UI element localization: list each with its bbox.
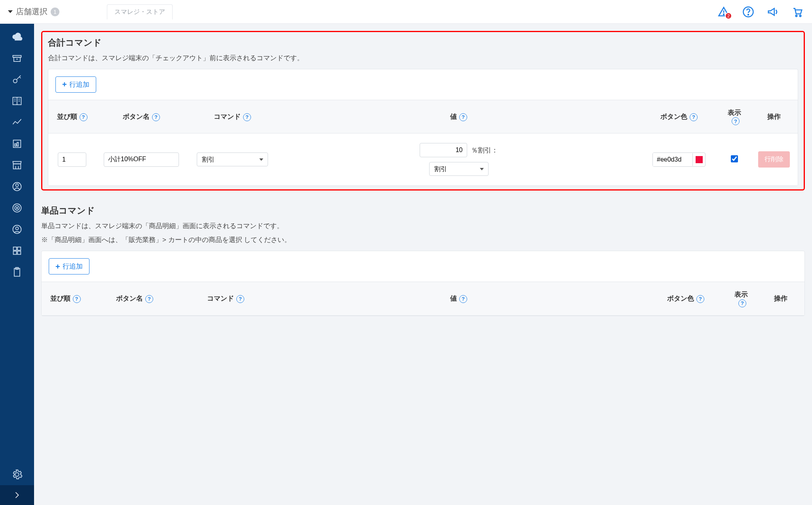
svg-rect-30 [13,251,17,254]
alert-icon[interactable]: 2 [717,5,730,19]
svg-point-23 [13,204,21,212]
tab-label: スマレジ・ストア [107,4,173,19]
total-command-table: 並び順? ボタン名? コマンド? 値? ボタン色? 表示? 操作 [48,100,798,186]
caret-down-icon [8,10,13,13]
th-value: 値 [450,113,457,120]
sidebar-item-archive[interactable] [0,48,34,69]
svg-point-5 [800,15,801,17]
single-panel: + 行追加 並び順? ボタン名? コマンド? 値? ボタン色? 表示? 操 [41,251,805,316]
sidebar-item-settings[interactable] [0,464,34,485]
plus-icon: + [62,80,67,88]
svg-point-1 [723,14,724,15]
help-icon[interactable]: ? [459,295,467,303]
svg-rect-18 [17,143,19,146]
single-command-table: 並び順? ボタン名? コマンド? 値? ボタン色? 表示? 操作 [42,282,804,316]
th-order: 並び順 [57,113,77,120]
svg-point-24 [15,206,19,210]
svg-point-9 [13,79,17,83]
single-section-title: 単品コマンド [41,205,805,217]
th-color: ボタン色 [667,295,694,302]
order-input[interactable] [58,152,86,167]
help-icon[interactable]: ? [243,113,251,121]
th-color: ボタン色 [660,113,687,120]
svg-point-25 [16,207,18,209]
help-icon[interactable]: ? [152,113,160,121]
add-row-label: 行追加 [63,262,83,271]
sidebar-expand-toggle[interactable] [0,485,34,505]
svg-rect-29 [17,247,21,250]
th-op: 操作 [774,295,787,302]
store-select-label: 店舗選択 [16,6,48,17]
sidebar [0,24,34,505]
topbar: 店舗選択 1 スマレジ・ストア 2 [0,0,812,24]
th-command: コマンド [214,113,241,120]
sidebar-item-profile[interactable] [0,219,34,240]
single-section-desc2: ※「商品明細」画面へは、「販売業務」> カートの中の商品を選択 してください。 [41,234,805,246]
svg-point-27 [16,227,19,230]
command-select[interactable]: 割引 [197,152,268,166]
help-icon[interactable] [742,5,755,19]
th-name: ボタン名 [123,113,150,120]
alert-badge: 2 [725,12,732,19]
top-right-icons: 2 [717,5,804,19]
svg-rect-17 [15,144,16,146]
sidebar-item-target[interactable] [0,197,34,219]
th-name: ボタン名 [116,295,143,302]
total-section-title: 合計コマンド [48,37,798,49]
th-op: 操作 [767,113,781,120]
sidebar-item-cloud[interactable] [0,26,34,48]
store-count-badge: 1 [51,8,59,16]
table-row: 割引 ％割引： [48,133,798,186]
delete-row-button[interactable]: 行削除 [758,151,790,168]
value-type-select[interactable]: 割引 [429,162,489,176]
color-input-group [652,152,706,167]
svg-point-4 [796,15,797,17]
total-section-desc: 合計コマンドは、スマレジ端末の「チェックアウト」前に表示されるコマンドです。 [48,53,798,64]
sidebar-item-key[interactable] [0,69,34,90]
total-command-section-highlight: 合計コマンド 合計コマンドは、スマレジ端末の「チェックアウト」前に表示されるコマ… [41,31,805,191]
help-icon[interactable]: ? [690,113,698,121]
total-panel: + 行追加 並び順? ボタン名? コマンド? 値? ボタン色? 表示? 操 [48,69,798,187]
sidebar-item-user[interactable] [0,176,34,197]
help-icon[interactable]: ? [459,113,467,121]
single-section-desc1: 単品コマンドは、スマレジ端末の「商品明細」画面に表示されるコマンドです。 [41,221,805,232]
sidebar-item-clipboard[interactable] [0,261,34,283]
announcement-icon[interactable] [766,5,780,19]
th-value: 値 [450,295,457,302]
color-swatch-button[interactable] [692,153,705,166]
sidebar-item-report[interactable] [0,133,34,154]
sidebar-item-grid[interactable] [0,240,34,261]
single-command-section: 単品コマンド 単品コマンドは、スマレジ端末の「商品明細」画面に表示されるコマンド… [41,205,805,316]
help-icon[interactable]: ? [696,295,704,303]
single-add-row-button[interactable]: + 行追加 [49,258,89,274]
th-command: コマンド [207,295,234,302]
sidebar-item-book[interactable] [0,90,34,112]
th-show: 表示 [728,109,741,116]
content-area: 合計コマンド 合計コマンドは、スマレジ端末の「チェックアウト」前に表示されるコマ… [34,24,812,505]
help-icon[interactable]: ? [236,295,244,303]
total-add-row-button[interactable]: + 行追加 [55,76,96,93]
help-icon[interactable]: ? [738,299,746,307]
sidebar-item-chart[interactable] [0,112,34,133]
button-name-input[interactable] [104,152,179,167]
help-icon[interactable]: ? [732,117,740,125]
value-number-input[interactable] [420,143,467,157]
help-icon[interactable]: ? [80,113,87,121]
sidebar-item-store[interactable] [0,154,34,176]
help-icon[interactable]: ? [73,295,81,303]
svg-point-22 [16,184,19,187]
add-row-label: 行追加 [69,80,89,89]
th-order: 並び順 [50,295,70,302]
top-tab[interactable]: スマレジ・ストア [107,4,173,19]
color-hex-input[interactable] [653,153,692,166]
value-unit-label: ％割引： [471,146,498,155]
svg-rect-28 [13,247,17,250]
show-checkbox[interactable] [731,155,738,162]
store-select-dropdown[interactable]: 店舗選択 1 [8,6,59,17]
cart-icon[interactable] [791,5,804,19]
th-show: 表示 [734,291,748,298]
svg-point-3 [748,14,749,15]
help-icon[interactable]: ? [145,295,153,303]
plus-icon: + [55,263,60,271]
svg-rect-31 [17,251,21,254]
